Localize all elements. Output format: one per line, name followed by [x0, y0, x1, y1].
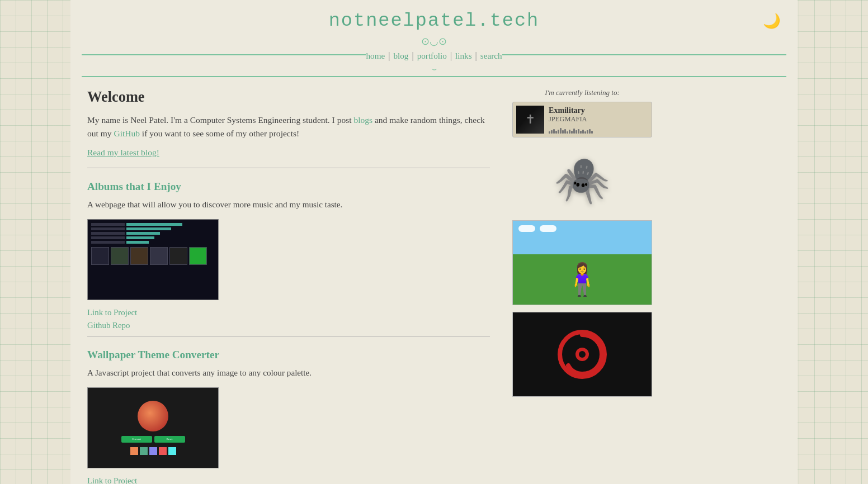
waveform-bar [567, 131, 568, 134]
track-info: Exmilitary JPEGMAFIA [549, 106, 648, 134]
albums-bar-label-1 [91, 223, 125, 226]
nav-portfolio[interactable]: portfolio [417, 51, 447, 60]
waveform-bar [553, 129, 555, 134]
track-title: Exmilitary [549, 106, 648, 115]
waveform-bar [562, 130, 564, 134]
debian-scene-box [512, 312, 652, 397]
albums-bar-row-1 [91, 223, 215, 226]
nav-bottom-deco: ⌣ [432, 64, 437, 74]
nav-sep3: | [448, 51, 454, 60]
albums-section: Albums that I Enjoy A webpage that will … [87, 181, 490, 336]
nav-blog[interactable]: blog [393, 51, 408, 60]
wallpaper-section: Wallpaper Theme Converter A Javascript p… [87, 349, 490, 484]
anime-figure: 🧍‍♀️ [563, 261, 602, 298]
cloud-2 [540, 225, 556, 232]
nature-scene-box: 🧍‍♀️ [512, 220, 652, 305]
wallpaper-btn-1: Convert [121, 436, 152, 443]
albums-bar-row-3 [91, 232, 215, 235]
albums-bar-row-2 [91, 227, 215, 230]
nav-links[interactable]: links [455, 51, 472, 60]
welcome-section: Welcome My name is Neel Patel. I'm a Com… [87, 88, 490, 169]
palette-color-2 [140, 447, 148, 455]
waveform [549, 126, 648, 134]
debian-scene-inner [513, 312, 652, 396]
page-body: Welcome My name is Neel Patel. I'm a Com… [70, 77, 798, 485]
site-header: notneelpatel.tech 🌙 ⊙◡⊙ home | blog | po… [70, 0, 798, 77]
albums-bar-2 [126, 227, 171, 230]
album-cover-4 [150, 247, 168, 265]
debian-scene [513, 312, 652, 396]
albums-desc: A webpage that will allow you to discove… [87, 198, 490, 211]
palette-color-5 [168, 447, 176, 455]
welcome-paragraph: My name is Neel Patel. I'm a Computer Sy… [87, 113, 490, 141]
wallpaper-btn-2: Reset [154, 436, 185, 443]
waveform-bar [573, 129, 575, 134]
nav-home[interactable]: home [366, 51, 385, 60]
spiderman-container: 🕷️ [512, 146, 652, 213]
album-cover-3 [130, 247, 148, 265]
waveform-bar [580, 131, 582, 134]
album-cover-5 [169, 247, 187, 265]
waveform-bar [564, 129, 566, 134]
nav-search[interactable]: search [480, 51, 502, 60]
albums-bar-area [91, 223, 215, 244]
github-link[interactable]: GitHub [114, 129, 140, 138]
albums-bar-row-5 [91, 241, 215, 244]
nav-line-right [502, 54, 786, 55]
nav-sep: | [386, 51, 392, 60]
waveform-bar [575, 130, 577, 134]
main-nav: home | blog | portfolio | links | search [366, 49, 502, 63]
blogs-link[interactable]: blogs [353, 115, 372, 125]
albums-bar-label-3 [91, 232, 125, 235]
albums-repo-link[interactable]: Github Repo [87, 321, 490, 330]
albums-bar-label-2 [91, 227, 125, 230]
wallpaper-circle [138, 401, 168, 431]
waveform-bar [555, 131, 557, 134]
nav-sep4: | [473, 51, 479, 60]
palette-color-1 [130, 447, 138, 455]
albums-divider [87, 336, 490, 336]
albums-grid [91, 247, 215, 265]
waveform-bar [549, 131, 550, 134]
albums-mock [88, 220, 218, 300]
palette-color-3 [149, 447, 157, 455]
albums-bar-label-4 [91, 236, 125, 239]
listening-label: I'm currently listening to: [512, 88, 652, 97]
moon-icon[interactable]: 🌙 [763, 12, 781, 30]
albums-bar-1 [126, 223, 182, 226]
welcome-heading: Welcome [87, 88, 490, 106]
albums-project-link[interactable]: Link to Project [87, 308, 490, 317]
read-blog-link[interactable]: Read my latest blog! [87, 148, 490, 158]
sidebar: I'm currently listening to: ✝ Exmilitary… [512, 88, 652, 485]
now-playing-card: ✝ Exmilitary JPEGMAFIA [512, 102, 652, 137]
waveform-bar [551, 130, 553, 134]
welcome-text-end: if you want to see some of my other proj… [140, 129, 299, 138]
waveform-bar [571, 131, 573, 134]
album-thumb-inner: ✝ [516, 106, 544, 134]
albums-bar-label-5 [91, 241, 125, 244]
albums-screenshot [87, 219, 219, 300]
waveform-bar [589, 129, 591, 134]
spider-icon: ⊙◡⊙ [421, 36, 447, 48]
welcome-text-before: My name is Neel Patel. I'm a Computer Sy… [87, 115, 353, 125]
wallpaper-project-link[interactable]: Link to Project [87, 476, 490, 484]
albums-bar-row-4 [91, 236, 215, 239]
nav-sep2: | [409, 51, 416, 60]
waveform-bar [584, 131, 586, 134]
album-cover-6 [189, 247, 207, 265]
spiderman-icon: 🕷️ [554, 154, 610, 206]
nav-decoration: ⊙◡⊙ home | blog | portfolio | links | se… [82, 36, 786, 74]
track-artist: JPEGMAFIA [549, 115, 648, 124]
wallpaper-btn-row: Convert Reset [121, 436, 185, 443]
album-thumb: ✝ [516, 106, 544, 134]
waveform-bar [558, 130, 559, 134]
waveform-bar [578, 129, 579, 134]
main-content: Welcome My name is Neel Patel. I'm a Com… [87, 88, 512, 485]
waveform-bar [591, 131, 593, 134]
waveform-bar [560, 128, 562, 134]
waveform-bar [587, 130, 588, 134]
waveform-bar [569, 130, 570, 134]
wallpaper-title: Wallpaper Theme Converter [87, 349, 490, 361]
albums-bar-3 [126, 232, 160, 235]
header-bottom-line [82, 76, 786, 77]
